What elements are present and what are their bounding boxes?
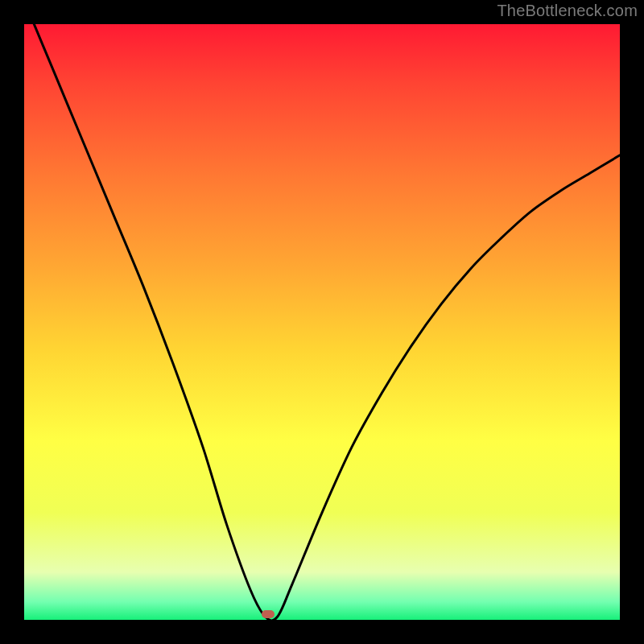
watermark-text: TheBottleneck.com bbox=[497, 2, 638, 20]
vertex-marker bbox=[262, 610, 275, 618]
curve-layer bbox=[24, 24, 620, 620]
bottleneck-curve bbox=[24, 0, 620, 621]
chart-frame: TheBottleneck.com bbox=[0, 0, 644, 644]
